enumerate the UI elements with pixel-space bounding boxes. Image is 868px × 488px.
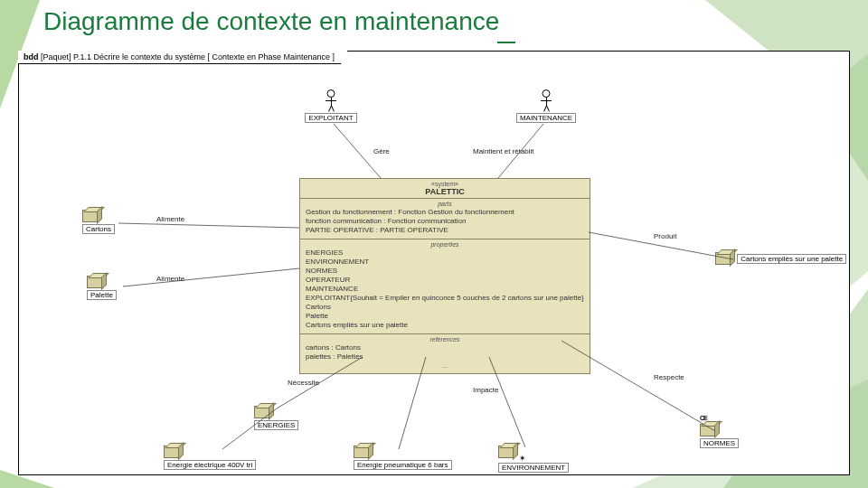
- edge-produit: Produit: [652, 232, 678, 240]
- svg-line-15: [561, 341, 715, 431]
- svg-line-12: [222, 408, 277, 449]
- edge-respecte: Respecte: [652, 373, 686, 381]
- svg-line-14: [489, 357, 525, 447]
- svg-line-13: [399, 357, 426, 449]
- diagram-frame: bdd [Paquet] P.1.1 Décrire le contexte d…: [18, 51, 850, 475]
- edge-alimente2: Alimente: [155, 275, 186, 283]
- edge-impacte: Impacte: [471, 386, 500, 394]
- title-underline: [497, 42, 515, 43]
- connectors: [19, 52, 849, 474]
- edge-maintient: Maintient et rétablit: [471, 147, 536, 155]
- svg-line-9: [123, 268, 299, 286]
- edge-gere: Gère: [372, 147, 392, 155]
- edge-necessite: Nécessite: [286, 379, 321, 387]
- edge-alimente1: Alimente: [155, 215, 186, 223]
- page-title: Diagramme de contexte en maintenance: [43, 7, 499, 36]
- svg-line-8: [118, 223, 299, 228]
